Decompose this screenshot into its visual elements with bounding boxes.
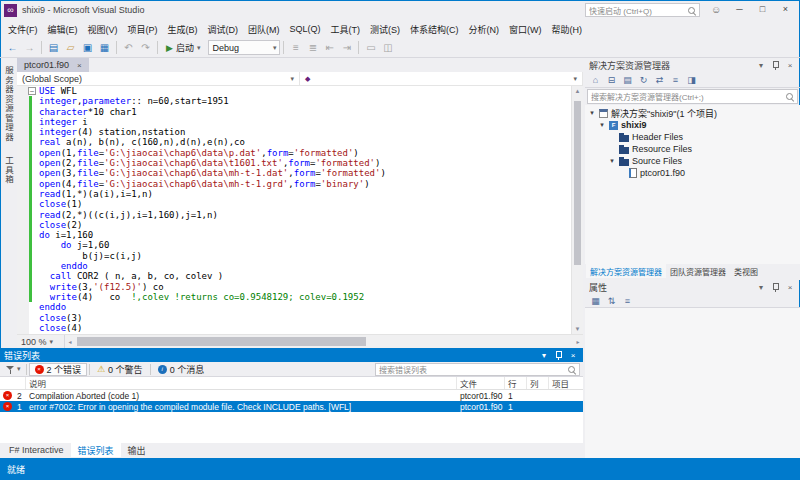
categorized-icon[interactable]: ▦: [588, 294, 603, 308]
chevron-down-icon[interactable]: ▾: [755, 61, 767, 70]
menu-item[interactable]: 分析(N): [464, 23, 505, 36]
bottom-tab[interactable]: 输出: [121, 443, 153, 457]
code-token: open: [39, 158, 61, 168]
title-bar[interactable]: ∞ shixi9 - Microsoft Visual Studio 快速启动 …: [0, 0, 800, 20]
scroll-right-icon[interactable]: ▸: [573, 338, 583, 345]
collapse-all-icon[interactable]: ⊟: [604, 73, 619, 87]
menu-item[interactable]: 项目(P): [123, 23, 163, 36]
error-row[interactable]: ×1error #7002: Error in opening the comp…: [0, 401, 583, 412]
menu-item[interactable]: 测试(S): [365, 23, 405, 36]
scrollbar-track[interactable]: [75, 335, 573, 348]
close-icon[interactable]: ×: [784, 283, 796, 292]
minimize-button[interactable]: ─: [728, 0, 751, 17]
messages-filter-button[interactable]: i 0 个消息: [153, 363, 210, 376]
quick-launch-input[interactable]: 快速启动 (Ctrl+Q): [585, 3, 700, 17]
dock-tab[interactable]: 类视图: [730, 264, 762, 278]
scope-dropdown[interactable]: (Global Scope) ▾: [17, 72, 300, 85]
close-icon[interactable]: ×: [77, 61, 82, 70]
expander-icon[interactable]: ▾: [588, 109, 596, 117]
expander-icon[interactable]: ▾: [598, 121, 606, 129]
bottom-tab[interactable]: 错误列表: [71, 443, 121, 457]
scrollbar-thumb[interactable]: [574, 101, 581, 265]
scrollbar-track[interactable]: [572, 96, 583, 324]
tree-item[interactable]: ▾Source Files: [585, 155, 800, 167]
left-tool-tab[interactable]: 工具箱: [3, 148, 15, 191]
chevron-down-icon[interactable]: ▾: [538, 351, 550, 360]
error-row[interactable]: ×2Compilation Aborted (code 1)ptcor01.f9…: [0, 390, 583, 401]
properties-header[interactable]: 属性 ▾ ×: [585, 280, 800, 295]
code-token: file: [77, 168, 99, 178]
pin-icon[interactable]: [771, 60, 780, 71]
menu-item[interactable]: 窗口(W): [504, 23, 547, 36]
dock-tab[interactable]: 团队资源管理器: [666, 264, 730, 278]
back-icon[interactable]: ←: [4, 39, 21, 56]
home-icon[interactable]: ⌂: [588, 73, 603, 87]
tree-item[interactable]: ptcor01.f90: [585, 167, 800, 179]
menu-item[interactable]: 视图(V): [83, 23, 123, 36]
feedback-icon[interactable]: ☺: [708, 2, 724, 18]
menu-item[interactable]: 生成(B): [163, 23, 203, 36]
column-header[interactable]: 项目: [549, 377, 583, 389]
document-tab[interactable]: ptcor01.f90 ×: [17, 58, 89, 72]
menu-item[interactable]: 文件(F): [3, 23, 43, 36]
refresh-icon[interactable]: ↻: [636, 73, 651, 87]
start-button[interactable]: ▶ 启动 ▾: [161, 39, 205, 56]
debug-configuration-dropdown[interactable]: Debug ▾: [208, 40, 280, 55]
column-header[interactable]: 文件: [457, 377, 505, 389]
column-header[interactable]: 行: [505, 377, 527, 389]
tree-item[interactable]: Resource Files: [585, 143, 800, 155]
menu-item[interactable]: SQL(Q): [285, 24, 326, 34]
collapse-icon[interactable]: –: [28, 87, 36, 95]
save-icon[interactable]: ▣: [79, 39, 96, 56]
dock-tab[interactable]: 解决方案资源管理器: [586, 264, 666, 278]
tree-item[interactable]: ▾Fshixi9: [585, 119, 800, 131]
pin-icon[interactable]: [771, 282, 780, 293]
error-search-input[interactable]: 搜索错误列表: [375, 363, 580, 376]
menu-item[interactable]: 帮助(H): [547, 23, 588, 36]
close-button[interactable]: ×: [774, 0, 797, 17]
solution-explorer-header[interactable]: 解决方案资源管理器 ▾ ×: [585, 58, 800, 73]
member-dropdown[interactable]: ◆ ▾: [300, 72, 583, 85]
left-tool-tab[interactable]: 服务器资源管理器: [3, 58, 15, 148]
scroll-left-icon[interactable]: ◂: [65, 338, 75, 345]
close-icon[interactable]: ×: [784, 61, 796, 70]
menu-item[interactable]: 团队(M): [243, 23, 285, 36]
sync-with-active-document-icon[interactable]: ⇄: [652, 73, 667, 87]
warnings-filter-button[interactable]: ⚠ 0 个警告: [92, 363, 148, 376]
expander-icon[interactable]: ▾: [608, 157, 616, 165]
scroll-up-icon[interactable]: ▲: [572, 86, 583, 96]
open-file-icon[interactable]: ▱: [62, 39, 79, 56]
menu-item[interactable]: 编辑(E): [43, 23, 83, 36]
show-all-files-icon[interactable]: ▤: [620, 73, 635, 87]
column-header[interactable]: 列: [527, 377, 549, 389]
errors-filter-button[interactable]: × 2 个错误: [29, 363, 88, 376]
bottom-tab[interactable]: F# Interactive: [2, 443, 71, 457]
chevron-down-icon[interactable]: ▾: [755, 283, 767, 292]
zoom-dropdown[interactable]: 100 % ▾: [17, 335, 65, 348]
scrollbar-thumb[interactable]: [77, 337, 366, 346]
horizontal-scrollbar[interactable]: ◂ ▸: [65, 335, 583, 348]
column-header[interactable]: 说明: [26, 377, 457, 389]
close-icon[interactable]: ×: [567, 351, 579, 360]
solution-search-input[interactable]: 搜索解决方案资源管理器(Ctrl+;): [587, 89, 798, 104]
alphabetical-icon[interactable]: ⇅: [604, 294, 619, 308]
properties-icon[interactable]: ≡: [668, 73, 683, 87]
tree-item[interactable]: Header Files: [585, 131, 800, 143]
maximize-button[interactable]: □: [751, 0, 774, 17]
code-editor[interactable]: –USE WFLinteger,parameter:: n=60,start=1…: [17, 86, 583, 334]
menu-item[interactable]: 工具(T): [326, 23, 366, 36]
pin-icon[interactable]: [554, 350, 563, 361]
menu-item[interactable]: 体系结构(C): [405, 23, 464, 36]
menu-item[interactable]: 调试(D): [203, 23, 244, 36]
vertical-scrollbar[interactable]: ▲ ▼: [571, 86, 583, 334]
tree-item[interactable]: ▾解决方案"shixi9"(1 个项目): [585, 107, 800, 119]
save-all-icon[interactable]: ▦: [96, 39, 113, 56]
new-file-icon[interactable]: ▤: [45, 39, 62, 56]
error-list-header[interactable]: 错误列表 ▾ ×: [0, 348, 583, 362]
right-dock: 解决方案资源管理器 ▾ × ⌂⊟▤↻⇄≡◨ 搜索解决方案资源管理器(Ctrl+;…: [585, 58, 800, 458]
property-pages-icon[interactable]: ≡: [620, 294, 635, 308]
filter-button[interactable]: ▾: [3, 363, 24, 376]
code-lines[interactable]: –USE WFLinteger,parameter:: n=60,start=1…: [17, 86, 571, 334]
scroll-down-icon[interactable]: ▼: [572, 324, 583, 334]
preview-icon[interactable]: ◨: [684, 73, 699, 87]
